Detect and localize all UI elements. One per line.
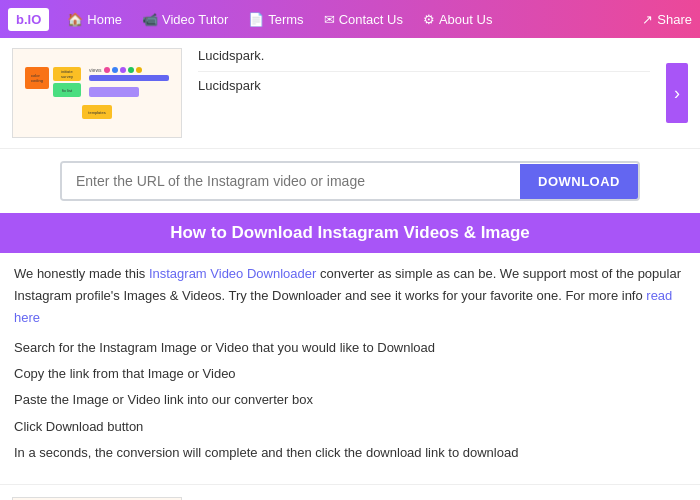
terms-icon: 📄 [248, 12, 264, 27]
nav-terms-label: Terms [268, 12, 303, 27]
dot-4 [128, 67, 134, 73]
promo-section: colorcoding Online Mind Map Softwar [0, 484, 700, 500]
about-icon: ⚙ [423, 12, 435, 27]
step-4: Click Download button [14, 414, 686, 440]
dots-row: views [89, 67, 169, 73]
howto-intro: We honestly made this Instagram Video Do… [14, 263, 686, 329]
sticky-templates: templates [82, 105, 112, 119]
howto-header: How to Download Instagram Videos & Image [0, 213, 700, 253]
sticky-note-3: fix list [53, 83, 81, 97]
nav-contact-label: Contact Us [339, 12, 403, 27]
nav-about[interactable]: ⚙ About Us [415, 8, 500, 31]
dot-1 [104, 67, 110, 73]
step-5: In a seconds, the conversion will comple… [14, 440, 686, 466]
next-arrow[interactable]: › [666, 63, 688, 123]
thumb-info: Lucidspark. Lucidspark [198, 48, 650, 138]
nav-logo[interactable]: b.IO [8, 8, 49, 31]
nav-home[interactable]: 🏠 Home [59, 8, 130, 31]
thumb-inner: colorcoding initiatesurvey fix list view… [13, 49, 181, 137]
sticky-note-1: colorcoding [25, 67, 49, 89]
home-icon: 🏠 [67, 12, 83, 27]
envelope-icon: ✉ [324, 12, 335, 27]
share-label: Share [657, 12, 692, 27]
video-icon: 📹 [142, 12, 158, 27]
source-text: Lucidspark. [198, 48, 650, 63]
dot-5 [136, 67, 142, 73]
step-1: Search for the Instagram Image or Video … [14, 335, 686, 361]
view-label: views [89, 67, 102, 73]
share-icon: ↗ [642, 12, 653, 27]
nav-about-label: About Us [439, 12, 492, 27]
nav-contact[interactable]: ✉ Contact Us [316, 8, 411, 31]
download-button[interactable]: DOWNLOAD [520, 164, 638, 199]
url-input[interactable] [62, 163, 520, 199]
nav-home-label: Home [87, 12, 122, 27]
nav-video-tutor[interactable]: 📹 Video Tutor [134, 8, 236, 31]
source-label: Lucidspark [198, 71, 650, 99]
thumbnail-image: colorcoding initiatesurvey fix list view… [12, 48, 182, 138]
howto-body: We honestly made this Instagram Video Do… [0, 253, 700, 476]
step-2: Copy the link from that Image or Video [14, 361, 686, 387]
nav-video-label: Video Tutor [162, 12, 228, 27]
navbar: b.IO 🏠 Home 📹 Video Tutor 📄 Terms ✉ Cont… [0, 0, 700, 38]
progress-bar [89, 75, 169, 81]
instagram-downloader-link[interactable]: Instagram Video Downloader [149, 266, 316, 281]
done-bar [89, 87, 139, 97]
download-bar: DOWNLOAD [60, 161, 640, 201]
thumbnail-section: colorcoding initiatesurvey fix list view… [0, 38, 700, 149]
step-3: Paste the Image or Video link into our c… [14, 387, 686, 413]
share-button[interactable]: ↗ Share [642, 12, 692, 27]
dot-3 [120, 67, 126, 73]
dot-2 [112, 67, 118, 73]
steps-list: Search for the Instagram Image or Video … [14, 335, 686, 465]
nav-terms[interactable]: 📄 Terms [240, 8, 311, 31]
sticky-note-2: initiatesurvey [53, 67, 81, 81]
intro-text: We honestly made this [14, 266, 149, 281]
